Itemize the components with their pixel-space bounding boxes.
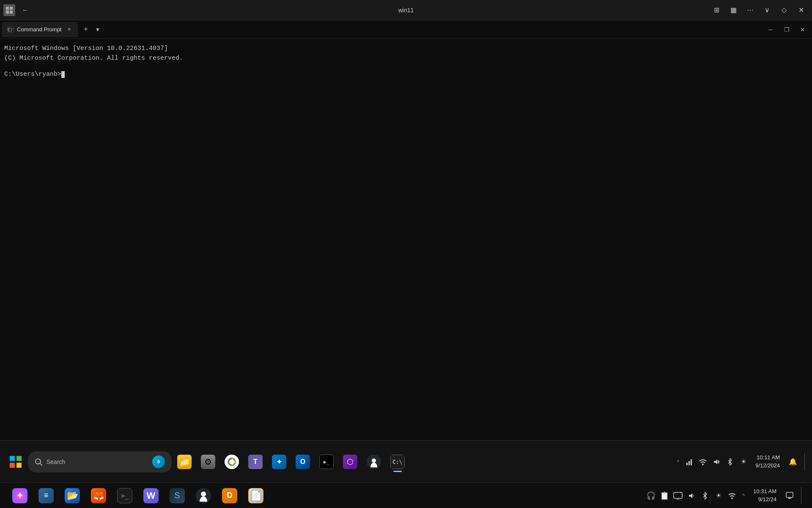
- svg-text:C:\: C:\: [8, 28, 14, 32]
- secondary-tray: 🎧 📋 ☀ ^ 10:31 AM 9/12/2: [646, 486, 804, 505]
- bing-icon: b: [152, 456, 165, 468]
- svg-rect-0: [6, 7, 9, 10]
- pin-icon[interactable]: ◇: [776, 3, 792, 18]
- layout-icon[interactable]: ▦: [726, 3, 741, 18]
- bluetooth2-icon[interactable]: [700, 491, 710, 501]
- secondary-show-desktop-button[interactable]: [801, 487, 804, 504]
- taskbar-main-row: Search b 📁 ⚙ T: [0, 440, 812, 483]
- brightness-icon[interactable]: ☀: [738, 457, 749, 467]
- svg-rect-19: [689, 461, 690, 465]
- secondary-clock-time: 10:31 AM: [753, 488, 776, 495]
- secondary-app-github2[interactable]: [192, 484, 215, 507]
- volume2-icon[interactable]: [686, 491, 697, 501]
- taskbar-app-terminal[interactable]: ▶_: [315, 451, 337, 473]
- steam-icon: S: [170, 488, 185, 503]
- svg-rect-24: [674, 492, 682, 498]
- secondary-app-terminal2[interactable]: >_: [113, 484, 136, 507]
- svg-point-21: [702, 464, 704, 465]
- secondary-clock-date: 9/12/24: [753, 496, 776, 503]
- terminal-prompt: C:\Users\ryanb>: [4, 71, 61, 78]
- svg-rect-6: [10, 456, 15, 461]
- tab-dropdown-button[interactable]: ▾: [92, 24, 103, 35]
- secondary-app-drawio[interactable]: D: [218, 484, 241, 507]
- taskbar-app-vs[interactable]: ⬡: [339, 451, 361, 473]
- tab-close-button[interactable]: ✕: [65, 26, 73, 33]
- taskbar-app-file-explorer[interactable]: 📁: [173, 451, 195, 473]
- vscode-icon: ✦: [272, 455, 286, 469]
- svg-point-10: [36, 459, 41, 464]
- secondary-app-files[interactable]: 📂: [61, 484, 84, 507]
- taskbar-app-chrome[interactable]: [221, 451, 243, 473]
- firefox-icon: 🦊: [91, 488, 106, 503]
- chevron-down-icon[interactable]: ∨: [760, 3, 775, 18]
- file-explorer-icon: 📁: [177, 455, 192, 469]
- github2-icon: [196, 488, 211, 503]
- taskbar-app-teams[interactable]: T: [244, 451, 266, 473]
- clock-time: 10:11 AM: [755, 454, 780, 461]
- more-options-icon[interactable]: ⋯: [743, 3, 758, 18]
- svg-line-11: [40, 464, 42, 465]
- secondary-app-galaxy[interactable]: ✦: [8, 484, 31, 507]
- show-desktop-button[interactable]: [804, 453, 807, 470]
- svg-rect-29: [786, 492, 793, 497]
- clipboard-icon[interactable]: 📋: [659, 491, 669, 501]
- clock-display[interactable]: 10:11 AM 9/12/2024: [752, 452, 783, 471]
- start-button[interactable]: [5, 451, 26, 472]
- taskbar-app-outlook[interactable]: O: [292, 451, 314, 473]
- secondary-app-winget[interactable]: W: [140, 484, 162, 507]
- new-tab-button[interactable]: +: [80, 23, 92, 36]
- headset-icon[interactable]: 🎧: [646, 491, 656, 501]
- svg-text:C:\: C:\: [392, 458, 403, 465]
- tray-expand-button[interactable]: ^: [675, 457, 681, 467]
- taskbar-app-github[interactable]: [363, 451, 385, 473]
- svg-marker-22: [714, 459, 717, 464]
- wifi-icon[interactable]: [698, 457, 708, 467]
- bluetooth-icon[interactable]: [725, 457, 735, 467]
- cmd-icon: C:\: [390, 455, 405, 469]
- svg-rect-3: [10, 11, 13, 14]
- tab-minimize-button[interactable]: ─: [763, 24, 778, 36]
- close-window-button[interactable]: ✕: [793, 3, 809, 18]
- search-box[interactable]: Search b: [28, 451, 172, 472]
- system-tray: ^: [675, 452, 807, 471]
- terminal-icon: ▶_: [319, 455, 334, 469]
- display-icon[interactable]: [673, 491, 683, 501]
- notepad-icon: 📄: [248, 488, 263, 503]
- secondary-app-firefox[interactable]: 🦊: [87, 484, 110, 507]
- secondary-app-notepad[interactable]: 📄: [244, 484, 267, 507]
- tab-command-prompt[interactable]: C:\ Command Prompt ✕: [2, 22, 78, 37]
- title-bar: ← win11 ⊞ ▦ ⋯ ∨ ◇ ✕: [0, 0, 812, 20]
- app-logo-icon: [3, 4, 15, 16]
- secondary-clock-display[interactable]: 10:31 AM 9/12/24: [750, 486, 780, 505]
- tab-restore-button[interactable]: ❐: [779, 24, 794, 36]
- volume-icon[interactable]: [711, 457, 721, 467]
- svg-rect-9: [16, 463, 22, 468]
- search-icon: [35, 458, 42, 466]
- network-tray-icon[interactable]: [684, 457, 694, 467]
- taskbar-app-vscode[interactable]: ✦: [268, 451, 290, 473]
- settings-app-icon: ⚙: [201, 455, 215, 469]
- split-icon[interactable]: ⊞: [709, 3, 724, 18]
- taskbar-app-cmd[interactable]: C:\: [387, 451, 409, 473]
- taskbar-mgr-icon: ≡: [38, 488, 54, 503]
- taskbar-app-settings[interactable]: ⚙: [197, 451, 219, 473]
- secondary-app-taskbar-mgr[interactable]: ≡: [35, 484, 58, 507]
- outlook-icon: O: [296, 455, 310, 469]
- secondary-notification-button[interactable]: [783, 489, 796, 502]
- drawio-icon: D: [222, 488, 237, 503]
- secondary-app-steam[interactable]: S: [166, 484, 189, 507]
- terminal-area[interactable]: Microsoft Windows [Version 10.0.22631.40…: [0, 39, 812, 440]
- tab-bar-window-controls: ─ ❐ ✕: [763, 24, 810, 36]
- tray-expand2-button[interactable]: ^: [741, 491, 746, 500]
- taskbar-secondary-row: ✦ ≡ 📂 🦊 >_ W S D: [0, 483, 812, 508]
- taskbar: Search b 📁 ⚙ T: [0, 440, 812, 508]
- back-button[interactable]: ←: [19, 3, 32, 17]
- brightness2-icon[interactable]: ☀: [713, 491, 724, 501]
- wifi2-icon[interactable]: [727, 491, 737, 501]
- notification-button[interactable]: 🔔: [787, 456, 799, 468]
- svg-rect-7: [16, 456, 22, 461]
- tab-close-window-button[interactable]: ✕: [795, 24, 810, 36]
- tab-bar: C:\ Command Prompt ✕ + ▾ ─ ❐ ✕: [0, 20, 812, 39]
- svg-rect-8: [10, 463, 15, 468]
- svg-rect-20: [691, 459, 692, 465]
